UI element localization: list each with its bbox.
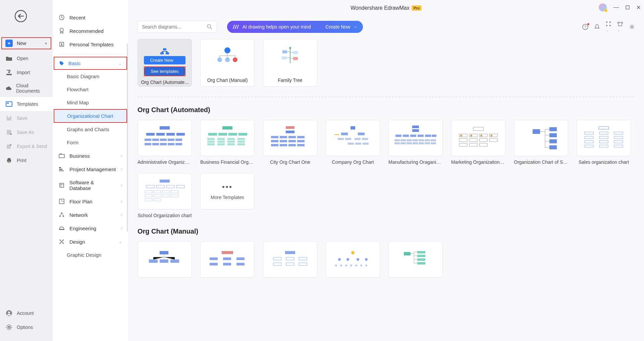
more-templates-card[interactable]: ••• More Templates <box>200 173 255 218</box>
avatar[interactable] <box>599 3 607 11</box>
svg-point-196 <box>357 258 359 261</box>
settings-icon[interactable] <box>629 24 635 30</box>
cat-project[interactable]: Project Management› <box>53 162 128 176</box>
svg-rect-179 <box>222 251 233 254</box>
tpl-card[interactable] <box>138 241 192 278</box>
tpl-card[interactable]: Manufacturing Oraganizati... <box>388 120 443 165</box>
project-icon <box>59 166 65 172</box>
svg-rect-116 <box>419 139 424 141</box>
tpl-card[interactable]: Administrative Organizatio... <box>138 120 192 165</box>
nav-templates[interactable]: Templates <box>0 97 53 111</box>
tpl-card[interactable] <box>263 241 317 278</box>
badge-icon <box>59 28 65 34</box>
nav-open[interactable]: Open <box>0 51 53 65</box>
svg-point-195 <box>346 258 349 261</box>
svg-rect-208 <box>417 258 425 261</box>
svg-rect-67 <box>238 133 247 136</box>
cloud-icon <box>5 85 12 92</box>
tpl-card[interactable]: City Org Chart One <box>263 120 317 165</box>
close-button[interactable]: ✕ <box>636 4 641 11</box>
cat-business[interactable]: Business› <box>53 149 128 162</box>
cat-personal[interactable]: Personal Templates <box>53 38 128 51</box>
sub-org-chart[interactable]: Organizational Chart <box>54 110 126 122</box>
shirt-icon[interactable]: ⌄ <box>617 21 623 33</box>
back-button[interactable] <box>15 10 27 22</box>
ai-banner[interactable]: AI drawing helps open your mind Create N… <box>227 21 363 33</box>
person-icon <box>59 41 65 47</box>
svg-rect-15 <box>59 169 62 170</box>
templates-icon <box>5 100 13 108</box>
svg-rect-149 <box>599 132 608 134</box>
svg-rect-168 <box>171 191 178 193</box>
sidebar-narrow: + New + Open Import Cloud Documents Temp… <box>0 0 53 341</box>
svg-rect-181 <box>223 257 231 260</box>
tpl-card[interactable]: Company Org Chart <box>326 120 380 165</box>
svg-rect-77 <box>237 138 245 140</box>
nav-saveas: Save As <box>0 125 53 139</box>
svg-rect-82 <box>271 136 278 138</box>
tpl-card[interactable]: Sales organization chart <box>577 120 631 165</box>
type-card-family[interactable]: Family Tree <box>263 39 317 87</box>
cat-recommended[interactable]: Recommended <box>53 24 128 38</box>
type-card-manual[interactable]: Org Chart (Manual) <box>200 39 255 87</box>
floor-icon <box>59 198 65 204</box>
svg-rect-185 <box>236 263 245 265</box>
cat-network[interactable]: Network› <box>53 208 128 222</box>
tpl-card[interactable]: Marketing Organization Ch... <box>451 120 505 165</box>
svg-point-201 <box>350 264 352 266</box>
toolbar-icons: ? ⌄ ⌄ <box>582 21 635 33</box>
tpl-card[interactable] <box>200 241 255 278</box>
search-input[interactable] <box>142 24 207 30</box>
tag-icon <box>59 61 64 66</box>
new-button[interactable]: + New + <box>2 38 51 49</box>
clock-icon <box>59 14 65 20</box>
nav-print[interactable]: Print <box>0 153 53 167</box>
sub-basic-diagram[interactable]: Basic Diagram <box>53 70 128 83</box>
svg-rect-163 <box>166 185 174 188</box>
cat-recent[interactable]: Recent <box>53 11 128 24</box>
svg-rect-178 <box>170 259 179 263</box>
sub-graphs[interactable]: Graphs and Charts <box>53 123 128 136</box>
bell-icon[interactable] <box>594 24 600 30</box>
sub-graphic-design[interactable]: Graphic Design <box>53 248 128 261</box>
sub-flowchart[interactable]: Flowchart <box>53 83 128 96</box>
tpl-card[interactable]: Organization Chart of Sale... <box>514 120 568 165</box>
apps-icon[interactable]: ⌄ <box>606 21 611 33</box>
tpl-card[interactable]: Business Financial Organiz... <box>200 120 255 165</box>
svg-rect-86 <box>271 140 278 142</box>
cat-software[interactable]: Software & Database› <box>53 176 128 195</box>
svg-rect-137 <box>479 143 487 146</box>
svg-rect-55 <box>160 139 167 141</box>
help-icon[interactable]: ? <box>582 24 588 30</box>
svg-rect-157 <box>585 145 593 147</box>
sub-mindmap[interactable]: Mind Map <box>53 96 128 109</box>
maximize-button[interactable] <box>626 5 630 9</box>
nav-import[interactable]: Import <box>0 65 53 80</box>
search-box[interactable] <box>138 21 217 33</box>
tpl-card[interactable] <box>388 241 443 278</box>
cat-basic[interactable]: Basic ⌄ <box>54 57 126 69</box>
svg-rect-46 <box>282 56 286 59</box>
nav-options[interactable]: Options <box>0 320 53 334</box>
svg-rect-92 <box>288 144 296 146</box>
svg-rect-65 <box>218 133 227 136</box>
see-templates-btn[interactable]: See templates <box>145 67 184 76</box>
cat-design[interactable]: Design⌄ <box>53 235 128 248</box>
svg-rect-98 <box>345 138 351 140</box>
plus-icon: + <box>5 40 13 47</box>
svg-rect-102 <box>355 143 361 145</box>
svg-rect-164 <box>176 185 184 188</box>
tpl-card[interactable]: School Organization chart <box>138 173 192 218</box>
svg-rect-150 <box>614 132 623 134</box>
tpl-card[interactable] <box>326 241 380 278</box>
sub-form[interactable]: Form <box>53 136 128 149</box>
create-new-btn[interactable]: Create New <box>144 56 185 64</box>
nav-account[interactable]: Account <box>0 306 53 320</box>
svg-rect-81 <box>286 131 294 133</box>
nav-cloud[interactable]: Cloud Documents <box>0 80 53 97</box>
cat-engineering[interactable]: Engineering› <box>53 222 128 235</box>
svg-rect-154 <box>585 141 593 143</box>
type-card-auto[interactable]: Create New See templates Org Chart (Auto… <box>138 39 192 87</box>
cat-floor[interactable]: Floor Plan› <box>53 195 128 208</box>
minimize-button[interactable]: — <box>613 4 619 10</box>
